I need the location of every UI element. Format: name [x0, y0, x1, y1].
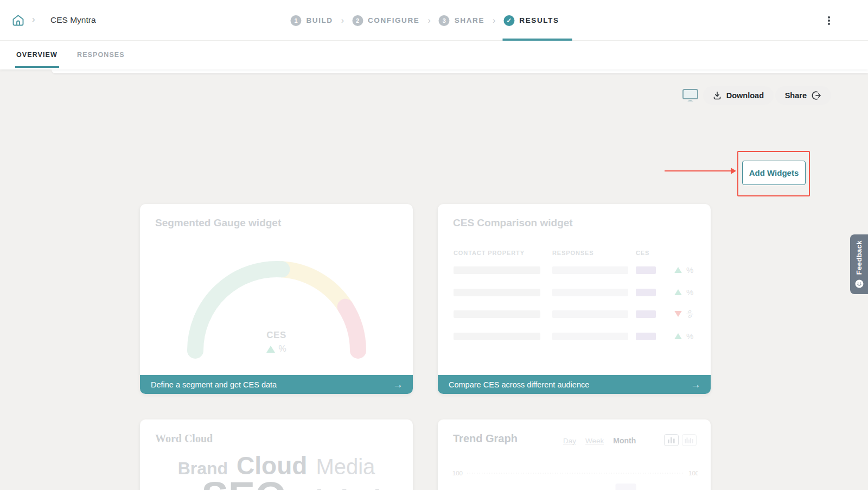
y-tick-left: 100: [452, 470, 463, 476]
trend-indicator: %: [674, 265, 693, 275]
share-label: Share: [785, 91, 807, 100]
feedback-label: Feedback: [855, 240, 863, 275]
wordcloud-widget-title: Word Cloud: [155, 432, 213, 445]
contact-property-placeholder: [454, 266, 540, 274]
trend-indicator: %: [674, 309, 693, 319]
bar-chart-icon[interactable]: [664, 434, 679, 446]
toolbar-shadow-strip: [52, 69, 868, 73]
delta-symbol: %: [684, 308, 695, 319]
cloud-word: Media: [316, 457, 375, 477]
kebab-menu-icon[interactable]: [825, 14, 833, 27]
gauge-delta-symbol: %: [278, 344, 286, 354]
column-ces: CES: [636, 250, 649, 256]
step-share[interactable]: 3SHARE: [439, 0, 484, 41]
word-cloud-widget-card: Word Cloud BrandCloudMediaITSEODigitalMa…: [140, 419, 413, 490]
breadcrumb: CES Myntra: [50, 15, 96, 25]
trend-widget-title: Trend Graph: [453, 432, 518, 445]
step-chevron-icon: ›: [427, 16, 430, 26]
trend-indicator: %: [674, 288, 693, 297]
step-label: SHARE: [455, 16, 484, 24]
trend-chart-type-toggle: [664, 434, 697, 446]
tab-overview[interactable]: OVERVIEW: [16, 51, 58, 59]
step-check-icon: ✓: [503, 15, 514, 26]
active-tab-underline: [15, 66, 59, 68]
annotation-arrowhead-icon: [731, 168, 736, 174]
range-month[interactable]: Month: [613, 436, 636, 445]
arrow-right-icon: →: [393, 379, 403, 390]
breadcrumb-chevron-icon: ›: [32, 14, 35, 25]
contact-property-placeholder: [454, 289, 540, 296]
contact-property-placeholder: [454, 310, 540, 318]
y-tick-right: 100: [688, 470, 698, 476]
ces-comparison-widget-card: CES Comparison widget CONTACT PROPERTY R…: [438, 204, 711, 394]
responses-placeholder: [552, 266, 628, 274]
trend-bar: [616, 483, 636, 490]
ces-placeholder: [636, 266, 656, 274]
share-button[interactable]: Share: [775, 86, 831, 105]
gauge-widget-title: Segmented Gauge widget: [155, 217, 281, 229]
trend-graph-widget-card: Trend Graph DayWeekMonth: [438, 419, 711, 490]
range-week[interactable]: Week: [585, 437, 604, 445]
delta-symbol: %: [686, 332, 693, 341]
grouped-bar-chart-icon[interactable]: [682, 434, 697, 446]
step-build[interactable]: 1BUILD: [290, 0, 333, 41]
delta-symbol: %: [686, 265, 693, 275]
step-label: BUILD: [306, 16, 333, 24]
range-day[interactable]: Day: [563, 437, 576, 445]
gauge-footer-text: Define a segment and get CES data: [151, 380, 393, 389]
comparison-table-row: %: [453, 326, 695, 348]
delta-symbol: %: [686, 288, 693, 297]
trend-graph-chart: 100100757550502525: [451, 457, 698, 490]
step-chevron-icon: ›: [493, 16, 495, 26]
gauge-card-footer-cta[interactable]: Define a segment and get CES data →: [140, 375, 413, 394]
column-responses: RESPONSES: [552, 250, 594, 256]
gauge-metric: CES %: [140, 330, 413, 354]
top-header: › CES Myntra 1BUILD›2CONFIGURE›3SHARE›✓R…: [0, 0, 868, 41]
wordcloud-card-body: Word Cloud BrandCloudMediaITSEODigitalMa…: [140, 419, 413, 490]
step-results[interactable]: ✓RESULTS: [503, 0, 559, 41]
step-number: 2: [352, 15, 363, 26]
word-cloud: BrandCloudMediaITSEODigitalManagementWid…: [140, 453, 413, 490]
comparison-table-row: %: [453, 259, 695, 282]
trend-down-icon: [674, 311, 682, 317]
home-icon[interactable]: [11, 13, 25, 28]
comparison-table-row: %: [453, 303, 695, 326]
step-number: 3: [439, 15, 450, 26]
tab-responses[interactable]: RESPONSES: [77, 51, 125, 59]
step-configure[interactable]: 2CONFIGURE: [352, 0, 419, 41]
step-number: 1: [290, 15, 301, 26]
add-widgets-button[interactable]: Add Widgets: [742, 161, 806, 185]
download-label: Download: [726, 91, 764, 100]
trend-up-icon: [674, 333, 682, 339]
responses-placeholder: [552, 289, 628, 296]
step-label: RESULTS: [519, 16, 559, 24]
stepper: 1BUILD›2CONFIGURE›3SHARE›✓RESULTS: [290, 0, 559, 41]
cloud-word: SEO: [201, 478, 286, 490]
trend-indicator: %: [674, 332, 693, 341]
ces-placeholder: [636, 333, 656, 340]
gauge-card-body: Segmented Gauge widget CES %: [140, 204, 413, 394]
column-contact-property: CONTACT PROPERTY: [454, 250, 525, 256]
comparison-table-header: CONTACT PROPERTY RESPONSES CES: [453, 250, 695, 259]
comparison-table-row: %: [453, 282, 695, 304]
trend-card-body: Trend Graph DayWeekMonth: [438, 419, 711, 490]
download-button[interactable]: Download: [703, 86, 774, 105]
trend-range-toggle: DayWeekMonth: [563, 436, 636, 445]
segmented-gauge-widget-card: Segmented Gauge widget CES % Define a se…: [140, 204, 413, 394]
monitor-icon[interactable]: [682, 88, 699, 105]
feedback-tab[interactable]: Feedback: [850, 234, 868, 294]
smiley-icon: [855, 279, 864, 288]
trend-up-icon: [674, 267, 682, 273]
download-icon: [713, 91, 722, 100]
responses-placeholder: [552, 310, 628, 318]
cloud-word: Digital: [295, 488, 381, 490]
responses-placeholder: [552, 333, 628, 340]
contact-property-placeholder: [454, 333, 540, 340]
ces-placeholder: [636, 289, 656, 296]
comparison-footer-text: Compare CES across different audience: [449, 380, 691, 389]
comparison-card-footer-cta[interactable]: Compare CES across different audience →: [438, 375, 711, 394]
comparison-table: CONTACT PROPERTY RESPONSES CES %%%%: [453, 250, 695, 347]
comparison-widget-title: CES Comparison widget: [453, 217, 573, 229]
step-label: CONFIGURE: [368, 16, 419, 24]
trend-up-icon: [266, 346, 275, 353]
